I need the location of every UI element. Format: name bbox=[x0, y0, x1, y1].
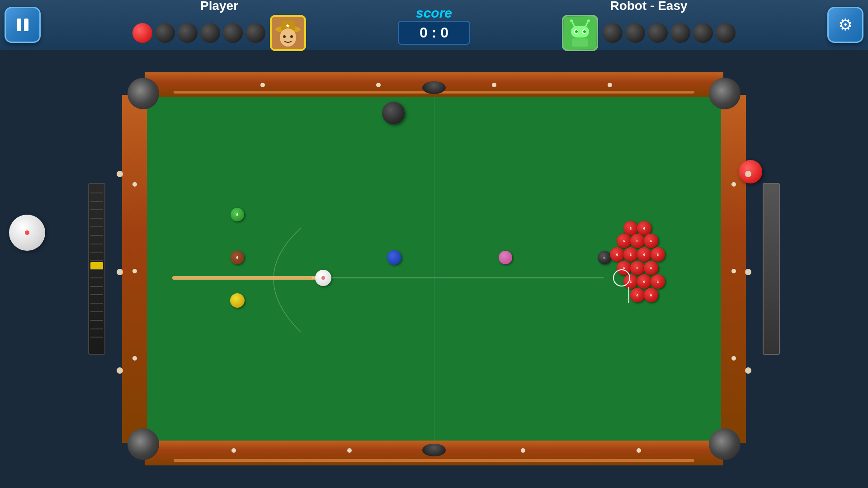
robot-ball-5 bbox=[693, 23, 713, 43]
rail-dot bbox=[132, 269, 137, 273]
pocket-corner-tr bbox=[709, 78, 741, 109]
tick bbox=[90, 235, 103, 236]
rack-ball-8-num: 6 bbox=[643, 253, 645, 257]
ball-green: 6 bbox=[231, 208, 244, 221]
svg-point-11 bbox=[587, 19, 590, 22]
player-avatar: ★ bbox=[270, 15, 306, 51]
rail-dot bbox=[731, 182, 736, 187]
rail-right bbox=[721, 95, 746, 443]
player-label: Player bbox=[200, 0, 238, 13]
ball-black-label: 6 bbox=[604, 256, 605, 260]
ball-pink bbox=[499, 251, 512, 264]
tick bbox=[90, 337, 103, 338]
rail-dot bbox=[608, 83, 612, 87]
robot-ball-4 bbox=[670, 23, 690, 43]
game-header: Player bbox=[0, 0, 868, 50]
tick bbox=[90, 244, 103, 244]
tick bbox=[90, 209, 103, 210]
cue-ball[interactable] bbox=[315, 270, 331, 286]
pause-bar-left bbox=[17, 19, 21, 31]
rack-ball-6-num: 6 bbox=[616, 253, 618, 257]
rack-ball-16: 6 bbox=[630, 288, 645, 302]
rack-ball-15: 6 bbox=[651, 274, 665, 289]
side-dot-left-1 bbox=[117, 171, 123, 177]
rack-ball-2: 6 bbox=[637, 221, 651, 235]
tick bbox=[90, 311, 103, 312]
tick bbox=[90, 303, 103, 304]
side-dot-right-1 bbox=[745, 171, 751, 177]
side-dot-right-3 bbox=[745, 367, 751, 374]
side-dot-left-2 bbox=[117, 269, 123, 275]
cue-ball-marker bbox=[321, 276, 325, 280]
side-dot-right-2 bbox=[745, 269, 751, 275]
svg-rect-17 bbox=[572, 38, 588, 47]
robot-ball-2 bbox=[625, 23, 645, 43]
rack-ball-11: 6 bbox=[630, 261, 645, 275]
side-dot-left-3 bbox=[117, 367, 123, 374]
tick bbox=[90, 286, 103, 287]
ball-black-top bbox=[382, 102, 405, 124]
cue-ball-indicator bbox=[9, 215, 45, 251]
player-ball-5 bbox=[223, 23, 243, 43]
power-indicator-right[interactable] bbox=[763, 183, 780, 355]
settings-button[interactable]: ⚙ bbox=[827, 7, 863, 43]
rack-ball-9: 6 bbox=[651, 247, 665, 262]
rack-ball-17: 6 bbox=[644, 288, 658, 302]
rack-ball-8: 6 bbox=[637, 247, 651, 262]
score-value: 0 : 0 bbox=[398, 21, 470, 45]
rack-ball-9-num: 6 bbox=[657, 253, 659, 257]
ball-yellow bbox=[230, 293, 245, 308]
pocket-corner-br bbox=[709, 428, 741, 460]
pocket-corner-tl bbox=[127, 78, 159, 109]
pool-table[interactable]: 6 6 6 6 6 6 bbox=[122, 72, 746, 465]
rack-ball-14-num: 6 bbox=[643, 280, 645, 284]
pocket-mid-top bbox=[422, 81, 446, 94]
svg-point-4 bbox=[283, 35, 286, 38]
pocket-mid-bottom bbox=[422, 444, 446, 456]
rail-dot bbox=[492, 83, 496, 87]
cue-ball-display bbox=[9, 215, 45, 251]
rail-dot bbox=[376, 83, 381, 87]
score-label: score bbox=[416, 5, 452, 21]
gear-icon: ⚙ bbox=[838, 15, 853, 34]
rail-dot bbox=[132, 182, 137, 187]
rack-ball-2-num: 6 bbox=[643, 226, 645, 230]
robot-section: Robot - Easy bbox=[562, 0, 736, 51]
rail-left bbox=[122, 95, 147, 443]
robot-ball-6 bbox=[716, 23, 736, 43]
player-balls bbox=[132, 23, 265, 43]
svg-point-16 bbox=[583, 30, 586, 33]
rack-ball-13-num: 6 bbox=[630, 280, 632, 284]
player-ball-6 bbox=[245, 23, 265, 43]
robot-avatar bbox=[562, 15, 598, 51]
table-container: 6 6 6 6 6 6 bbox=[0, 50, 868, 488]
rail-dot bbox=[637, 448, 641, 453]
ball-green-number: 6 bbox=[236, 212, 238, 217]
tick bbox=[90, 260, 103, 261]
ball-brown: 6 bbox=[231, 251, 244, 264]
aim-dot bbox=[25, 230, 29, 235]
ball-brown-number: 6 bbox=[236, 255, 238, 260]
rail-dot bbox=[231, 448, 236, 453]
rack-ball-15-num: 6 bbox=[657, 280, 659, 284]
rack-ball-6: 6 bbox=[610, 247, 624, 262]
player-ball-4 bbox=[200, 23, 220, 43]
rack-ball-16-num: 6 bbox=[637, 293, 638, 297]
rail-dot bbox=[132, 356, 137, 361]
ball-black-side: 6 bbox=[598, 251, 611, 264]
pause-button[interactable] bbox=[5, 7, 41, 43]
rack-ball-5-num: 6 bbox=[650, 239, 652, 243]
tick bbox=[90, 252, 103, 253]
svg-text:★: ★ bbox=[285, 23, 290, 29]
rack-ball-1-num: 6 bbox=[630, 226, 632, 230]
svg-point-9 bbox=[570, 19, 573, 22]
tick bbox=[90, 320, 103, 321]
tick bbox=[90, 277, 103, 278]
rack-ball-4-num: 6 bbox=[637, 239, 638, 243]
robot-avatar-image bbox=[564, 17, 596, 49]
pause-bar-right bbox=[24, 19, 28, 31]
robot-ball-1 bbox=[603, 23, 623, 43]
player-section: Player bbox=[132, 0, 306, 51]
power-indicator-left[interactable] bbox=[88, 183, 105, 355]
power-level-indicator bbox=[90, 262, 103, 269]
